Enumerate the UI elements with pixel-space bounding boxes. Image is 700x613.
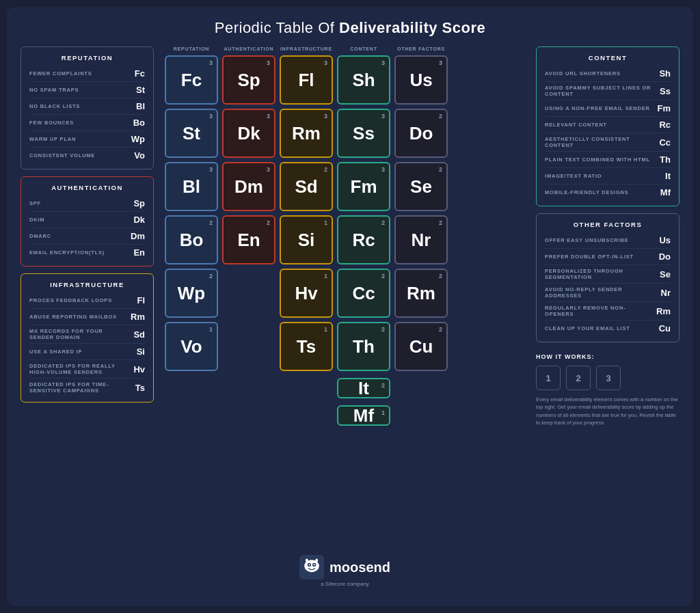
list-item: USING A NON-FREE EMAIL SENDER Fm — [545, 102, 671, 115]
element-dm: 3Dm — [222, 162, 275, 211]
how-it-works-box: HOW IT WORKS: 1 2 3 Every email delivera… — [536, 349, 679, 431]
reputation-box: REPUTATION FEWER COMPLAINTS Fc NO SPAM T… — [21, 46, 154, 169]
list-item: AESTHETICLLY CONSISTENT CONTENT Cc — [545, 135, 671, 150]
table-headers: REPUTATION AUTHENTICATION INFRASTRUCTURE… — [162, 46, 528, 51]
element-mf: 1Mf — [337, 405, 390, 426]
element-it: 2It — [337, 378, 390, 398]
list-item: REGULARLY REMOVE NON-OPENERS Rm — [545, 303, 671, 318]
list-item: MOBILE-FRIENDLY DESIGNS Mf — [545, 186, 671, 199]
list-item: NO BLACK LISTS Bl — [29, 100, 145, 113]
list-item: AVOID SPAMMY SUBJECT LINES OR CONTENT Ss — [545, 83, 671, 98]
element-bl: 3Bl — [165, 162, 218, 211]
infrastructure-box: INFRASTRUCTURE PROCES FEDDBACK LOOPS Fl … — [21, 273, 154, 403]
header-infrastructure: INFRASTRUCTURE — [280, 46, 333, 51]
element-ts: 1Ts — [280, 322, 333, 371]
element-cu: 2Cu — [394, 322, 448, 371]
infrastructure-title: INFRASTRUCTURE — [29, 281, 145, 288]
how-title: HOW IT WORKS: — [536, 353, 679, 360]
list-item: DMARC Dm — [29, 230, 145, 243]
svg-rect-6 — [306, 558, 308, 562]
element-vo: 1Vo — [165, 322, 218, 371]
list-item: IMAGE/TEXT RATIO It — [545, 169, 671, 182]
element-sd: 2Sd — [280, 162, 333, 211]
header-reputation: REPUTATION — [165, 46, 218, 51]
element-en: 2En — [222, 215, 275, 264]
list-item: AVOID NO-REPLY SENDER ADDRESSES Nr — [545, 285, 671, 300]
element-us: 3Us — [394, 55, 448, 105]
other-factors-box: OTHER FACTORS OFFER EASY UNSUBSCRIBE Us … — [536, 213, 679, 342]
how-boxes: 1 2 3 — [536, 366, 679, 390]
list-item: WARM UP PLAN Wp — [29, 133, 145, 146]
list-item: MX RECORDS FOR YOUR SENDER DOMAIN Sd — [29, 327, 145, 342]
list-item: SPF Sp — [29, 197, 145, 210]
list-item: PLAIN TEXT COMBINED WITH HTML Th — [545, 153, 671, 166]
element-se: 2Se — [394, 162, 448, 211]
element-cc: 2Cc — [337, 269, 390, 318]
header-other: OTHER FACTORS — [394, 46, 448, 51]
list-item: PERSONALIZED THROUGH SEGMENTATION Se — [545, 267, 671, 282]
list-item: OFFER EASY UNSUBSCRIBE Us — [545, 234, 671, 247]
periodic-table: REPUTATION AUTHENTICATION INFRASTRUCTURE… — [162, 46, 528, 587]
list-item: NO SPAM TRAPS St — [29, 83, 145, 96]
list-item: ABUSE REPORTING MAILBOX Rm — [29, 310, 145, 323]
list-item: RELEVANT CONTENT Rc — [545, 118, 671, 131]
element-grid: 3Fc 3Sp 3Fl 3Sh 3Us 3St 3Dk 3Rm 3Ss 2Do … — [162, 55, 528, 371]
element-hv: 1Hv — [280, 269, 333, 318]
element-nr: 2Nr — [394, 215, 448, 264]
element-bo: 2Bo — [165, 215, 218, 264]
header-content: CONTENT — [337, 46, 390, 51]
other-title: OTHER FACTORS — [545, 221, 671, 228]
list-item: DKIM Dk — [29, 213, 145, 226]
element-fl: 3Fl — [280, 55, 333, 105]
brand-name: moosend — [329, 560, 390, 575]
element-dk: 3Dk — [222, 109, 275, 158]
element-rm2: 2Rm — [394, 269, 448, 318]
left-sidebar: REPUTATION FEWER COMPLAINTS Fc NO SPAM T… — [21, 46, 154, 587]
element-wp: 2Wp — [165, 269, 218, 318]
list-item: DEDICATED IPS FOR REALLY HIGH-VOLUME SEN… — [29, 362, 145, 377]
element-ss: 3Ss — [337, 109, 390, 158]
svg-rect-7 — [315, 558, 318, 562]
list-item: PREFER DOUBLE OPT-IN-LIST Do — [545, 250, 671, 263]
how-box-1: 1 — [536, 366, 561, 390]
brand-subtitle: a Sitecore company — [321, 581, 369, 587]
authentication-title: AUTHENTICATION — [29, 184, 145, 191]
element-empty-2 — [222, 322, 275, 371]
element-th: 2Th — [337, 322, 390, 371]
how-box-3: 3 — [596, 366, 621, 390]
list-item: FEW BOUNCES Bo — [29, 116, 145, 129]
header-authentication: AUTHENTICATION — [222, 46, 275, 51]
reputation-title: REPUTATION — [29, 54, 145, 62]
list-item: DEDICATED IPS FOR TIME-SENSITIVE CAMPAIG… — [29, 380, 145, 395]
element-rm: 3Rm — [280, 109, 333, 158]
list-item: PROCES FEDDBACK LOOPS Fl — [29, 294, 145, 307]
element-st: 3St — [165, 109, 218, 158]
authentication-box: AUTHENTICATION SPF Sp DKIM Dk DMARC Dm E — [21, 176, 154, 267]
svg-point-5 — [314, 564, 315, 565]
list-item: EMAIL ENCRYPTION(TLS) En — [29, 246, 145, 259]
brand-logo: moosend — [299, 555, 390, 580]
element-do: 2Do — [394, 109, 448, 158]
element-sp: 3Sp — [222, 55, 275, 105]
main-container: Periodic Table Of Deliverability Score R… — [7, 7, 693, 606]
page-title: Periodic Table Of Deliverability Score — [21, 19, 679, 37]
svg-point-4 — [308, 564, 310, 565]
element-si: 1Si — [280, 215, 333, 264]
list-item: CONSISTENT VOLUME Vo — [29, 149, 145, 162]
list-item: FEWER COMPLAINTS Fc — [29, 67, 145, 80]
element-fm: 3Fm — [337, 162, 390, 211]
branding: moosend a Sitecore company — [162, 545, 528, 587]
how-description: Every email deliverability element comes… — [536, 396, 679, 426]
content-box: CONTENT AVOID URL SHORTENERS Sh AVOID SP… — [536, 46, 679, 206]
element-sh: 3Sh — [337, 55, 390, 105]
list-item: CLEAN UP YOUR EMAIL LIST Cu — [545, 322, 671, 335]
list-item: AVOID URL SHORTENERS Sh — [545, 67, 671, 80]
element-fc: 3Fc — [165, 55, 218, 105]
element-empty-1 — [222, 269, 275, 318]
element-rc: 2Rc — [337, 215, 390, 264]
how-box-2: 2 — [566, 366, 591, 390]
content-title: CONTENT — [545, 54, 671, 62]
list-item: USE A SHARED IP Si — [29, 345, 145, 358]
right-sidebar: CONTENT AVOID URL SHORTENERS Sh AVOID SP… — [536, 46, 679, 587]
